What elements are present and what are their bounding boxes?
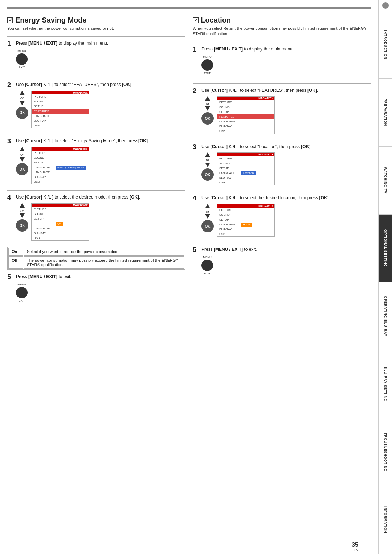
loc-ok-btn-2[interactable]: OK [201, 112, 214, 125]
energy-step-4-content: Use [Cursor] K /L ] to select the desire… [16, 194, 185, 241]
cursor-up-3[interactable] [20, 147, 25, 151]
loc-menu-item-sound-3: SOUND [217, 161, 274, 166]
menu-value-esm-3: Energy Saving Mode [56, 166, 86, 170]
loc-ok-btn-3[interactable]: OK [201, 168, 214, 181]
energy-step-3: 3 Use [Cursor] K /L ] to select "Energy … [7, 134, 185, 184]
energy-step-2-diagram: or OK MAGNAVOX PICTURE SOUND SETUP FEAT [16, 91, 185, 128]
or-text-2: or [20, 96, 24, 100]
energy-step-4-row: 4 Use [Cursor] K /L ] to select the desi… [7, 194, 185, 241]
cursor-col-3: or OK [16, 147, 28, 175]
loc-menu-item-usb-3: USB [217, 180, 274, 185]
table-label-on: On [8, 248, 23, 256]
loc-cursor-up-4[interactable] [205, 204, 210, 208]
loc-exit-label-5: EXIT [204, 272, 211, 275]
energy-step-2-row: 2 Use [Cursor] K /L ] to select "FEATURE… [7, 82, 185, 128]
location-step-2-row: 2 Use [Cursor] K /L ] to select "FEATURE… [193, 87, 371, 134]
loc-menu-item-setup-4: SETUP [217, 217, 274, 222]
loc-cursor-down-3[interactable] [205, 163, 210, 167]
loc-cursor-down-2[interactable] [205, 106, 210, 111]
energy-step-1-content: Press [MENU / EXIT] to display the main … [16, 40, 185, 72]
sidebar-item-information[interactable]: INFORMATION [379, 486, 392, 554]
ok-btn-4[interactable]: OK [16, 219, 28, 232]
checkbox-icon-location [193, 17, 199, 23]
sidebar-item-troubleshooting[interactable]: TROUBLESHOOTING [379, 418, 392, 486]
loc-menu-exit-col-5: MENU EXIT [201, 256, 213, 275]
energy-saving-title-text: Energy Saving Mode [15, 16, 87, 24]
sidebar-item-watching-tv[interactable]: WATCHING TV [379, 147, 392, 215]
loc-cursor-up-3[interactable] [205, 152, 210, 157]
loc-menu-mock-4: MAGNAVOX PICTURE SOUND SETUP LANGUAGE Ho… [217, 204, 275, 237]
cursor-up-4[interactable] [20, 203, 25, 208]
loc-menu-button-5[interactable] [201, 260, 213, 271]
sidebar-item-optional-setting[interactable]: OPTIONAL SETTING [379, 215, 392, 282]
loc-menu-item-setup-2: SETUP [217, 110, 274, 114]
table-desc-on: Select if you want to reduce the power c… [24, 248, 184, 256]
sidebar-item-introduction[interactable]: INTRODUCTION [379, 11, 392, 79]
loc-menu-item-usb-4: USB [217, 232, 274, 236]
cursor-down-2[interactable] [20, 101, 25, 105]
loc-cursor-up-2[interactable] [205, 96, 210, 101]
menu-item-usb-3: USB [32, 179, 89, 184]
col-location: Location When you select Retail , the po… [193, 16, 371, 311]
loc-menu-label: MENU [203, 55, 212, 58]
energy-step-4-text: Use [Cursor] K /L ] to select the desire… [16, 194, 185, 200]
location-step-3-num: 3 [193, 144, 199, 151]
loc-menu-mock-3-loc-row: LANGUAGE Location [217, 171, 274, 175]
loc-menu-item-picture-4: PICTURE [217, 208, 274, 212]
menu-item-features-2: FEATURES [32, 109, 89, 114]
menu-item-picture-2: PICTURE [32, 94, 89, 99]
location-step-4-num: 4 [193, 195, 199, 202]
menu-item-language-2: LANGUAGE [32, 114, 89, 118]
menu-label: MENU [17, 49, 26, 53]
menu-item-language-4: LANGUAGE [32, 226, 89, 231]
location-step-5-row: 5 Press [MENU / EXIT] to exit. MENU EXIT [193, 247, 371, 278]
menu-item-bluray-2: BLU-RAY [32, 118, 89, 123]
loc-menu-item-setup-3: SETUP [217, 166, 274, 171]
cursor-down-4[interactable] [20, 213, 25, 218]
energy-step-5: 5 Press [MENU / EXIT] to exit. MENU EXIT [7, 270, 185, 305]
location-intro: When you select Retail , the power consu… [193, 26, 371, 37]
menu-item-usb-4: USB [32, 236, 89, 240]
cursor-down-3[interactable] [20, 157, 25, 162]
sidebar-item-bluray-setting[interactable]: BLU-RAY SETTING [379, 350, 392, 418]
location-step-3-row: 3 Use [Cursor] K /L ] to select "Locatio… [193, 144, 371, 186]
ok-btn-2[interactable]: OK [16, 107, 28, 119]
location-step-4-diagram: or OK MAGNAVOX PICTURE SOUND SETUP [201, 204, 371, 237]
loc-menu-item-bluray-2: BLU-RAY [217, 124, 274, 129]
energy-step-4-diagram: or OK MAGNAVOX PICTURE SOUND SETUP [16, 203, 185, 241]
loc-menu-item-sound-4: SOUND [217, 212, 274, 217]
menu-button-5[interactable] [16, 287, 28, 298]
location-step-2: 2 Use [Cursor] K /L ] to select "FEATURE… [193, 83, 371, 134]
loc-menu-button[interactable] [201, 59, 213, 71]
loc-menu-item-bluray-4: BLU-RAY [217, 227, 274, 232]
energy-step-5-diagram: MENU EXIT [16, 283, 185, 302]
menu-mock-4-on-row: On [32, 221, 89, 226]
loc-menu-mock-4-header: MAGNAVOX [217, 204, 274, 208]
location-step-5: 5 Press [MENU / EXIT] to exit. MENU EXIT [193, 243, 371, 278]
location-step-5-content: Press [MENU / EXIT] to exit. MENU EXIT [201, 247, 371, 278]
menu-exit-col: MENU EXIT [16, 49, 28, 69]
menu-button[interactable] [16, 53, 28, 65]
loc-menu-item-features-2: FEATURES [217, 114, 274, 119]
sidebar-item-preparation[interactable]: PREPARATION [379, 79, 392, 147]
energy-step-4-num: 4 [7, 194, 14, 201]
energy-saving-intro: You can set whether the power consumptio… [7, 26, 185, 31]
cursor-up-2[interactable] [20, 91, 25, 95]
loc-menu-item-picture-2: PICTURE [217, 100, 274, 105]
ok-btn-3[interactable]: OK [16, 163, 28, 175]
or-text-3: or [20, 152, 24, 156]
loc-ok-btn-4[interactable]: OK [201, 220, 214, 232]
loc-cursor-col-2: or OK [201, 96, 214, 125]
location-step-1-row: 1 Press [MENU / EXIT] to display the mai… [193, 46, 371, 78]
or-text-4: or [20, 208, 24, 213]
location-step-5-text: Press [MENU / EXIT] to exit. [201, 247, 371, 253]
sidebar-item-operating-bluray[interactable]: OPERATING BLU-RAY [379, 282, 392, 350]
menu-item-usb-2: USB [32, 123, 89, 128]
table-row-on: On Select if you want to reduce the powe… [8, 248, 184, 256]
cursor-col-4: or OK [16, 203, 28, 232]
menu-item-setup-2: SETUP [32, 104, 89, 109]
menu-item-setup-4: SETUP [32, 216, 89, 221]
location-step-2-num: 2 [193, 87, 199, 95]
loc-cursor-down-4[interactable] [205, 214, 210, 219]
energy-step-1: 1 Press [MENU / EXIT] to display the mai… [7, 36, 185, 72]
